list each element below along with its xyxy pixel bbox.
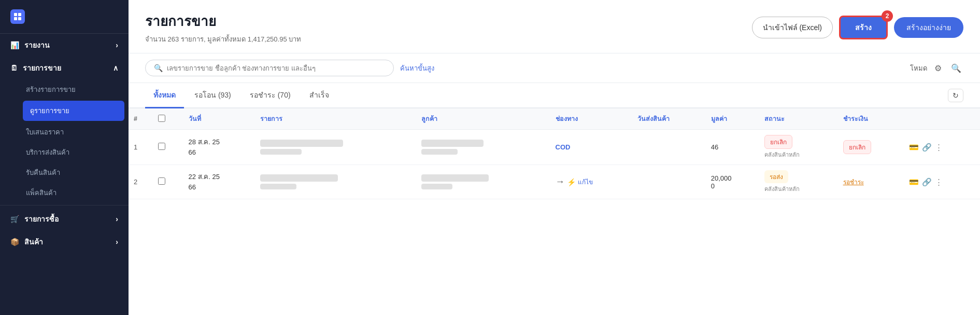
row1-order-blurred xyxy=(260,140,343,147)
row2-ship-date xyxy=(632,165,705,199)
row2-customer-sub-blurred xyxy=(421,184,452,189)
col-channel: ช่องทาง xyxy=(550,108,633,130)
row2-payment-badge: รอชำระ xyxy=(843,179,864,186)
row2-card-icon[interactable]: 💳 xyxy=(909,177,919,187)
row1-date: 28 ส.ค. 25 66 xyxy=(183,130,255,165)
sidebar-item-sales-label: รายการขาย xyxy=(23,62,61,74)
col-ship-date: วันส่งสินค้า xyxy=(632,108,705,130)
search-icon: 🔍 xyxy=(154,64,163,72)
row1-status-sub: คลังสินค้าหลัก xyxy=(764,150,833,159)
col-actions xyxy=(904,108,980,130)
row1-num: 1 xyxy=(129,130,153,165)
row1-value: 46 xyxy=(706,130,759,165)
create-button[interactable]: สร้าง xyxy=(839,16,888,39)
row2-customer xyxy=(416,165,550,199)
svg-rect-1 xyxy=(18,13,21,16)
table-area: # วันที่ รายการ ลูกค้า ช่องทาง xyxy=(129,108,980,315)
row1-customer xyxy=(416,130,550,165)
advanced-search-button[interactable]: ค้นหาขั้นสูง xyxy=(400,63,434,74)
sidebar-item-products[interactable]: 📦 สินค้า › xyxy=(0,230,129,253)
row2-order-blurred xyxy=(260,174,338,182)
tab-pending[interactable]: รอโอน (93) xyxy=(186,83,239,108)
tab-all[interactable]: ทั้งหมด xyxy=(145,83,184,108)
row2-payment: รอชำระ xyxy=(838,165,904,199)
row2-checkbox[interactable] xyxy=(158,177,165,185)
col-customer: ลูกค้า xyxy=(416,108,550,130)
row2-channel: → ⚡ แก้ไข xyxy=(550,165,633,199)
table-header-row: # วันที่ รายการ ลูกค้า ช่องทาง xyxy=(129,108,980,130)
chevron-right-icon: › xyxy=(116,215,118,223)
row1-checkbox[interactable] xyxy=(158,143,165,150)
row1-checkbox-cell xyxy=(153,130,183,165)
row2-value: 20,000 0 xyxy=(706,165,759,199)
svg-rect-0 xyxy=(14,13,17,16)
sidebar-item-packages[interactable]: แพ็คสินค้า xyxy=(19,183,129,203)
create-easy-button[interactable]: สร้างอย่างง่าย xyxy=(894,17,963,38)
row2-more-icon[interactable]: ⋮ xyxy=(935,177,943,187)
search-input[interactable] xyxy=(167,64,385,72)
sidebar-item-products-label: สินค้า xyxy=(24,236,43,248)
refresh-button[interactable]: ↻ xyxy=(948,89,963,102)
row1-status-badge: ยกเลิก xyxy=(764,135,792,149)
page-title: รายการขาย xyxy=(145,10,301,32)
row2-channel-arrow: → xyxy=(556,176,565,187)
search-right-actions: โหมด ⚙ 🔍 xyxy=(910,61,963,75)
calendar-icon: 🗓 xyxy=(10,64,18,72)
sidebar-item-sales-orders[interactable]: 🗓 รายการขาย ∧ xyxy=(0,57,129,79)
select-all-checkbox[interactable] xyxy=(158,115,165,122)
row2-edit-link[interactable]: แก้ไข xyxy=(578,177,593,187)
row2-status-badge: รอส่ง xyxy=(764,170,788,183)
row1-link-icon[interactable]: 🔗 xyxy=(922,143,932,152)
sales-table: # วันที่ รายการ ลูกค้า ช่องทาง xyxy=(129,108,980,199)
row1-channel: COD xyxy=(550,130,633,165)
row1-status: ยกเลิก คลังสินค้าหลัก xyxy=(759,130,838,165)
row1-customer-sub-blurred xyxy=(421,149,458,155)
sidebar-item-delivery-label: บริการส่งสินค้า xyxy=(26,147,69,158)
row1-order-sub-blurred xyxy=(260,149,302,155)
row2-status: รอส่ง คลังสินค้าหลัก xyxy=(759,165,838,199)
sidebar-sub-sales: สร้างรายการขาย ดูรายการขาย ใบเสนอราคา บร… xyxy=(0,79,129,203)
search-toggle-icon[interactable]: 🔍 xyxy=(949,61,963,75)
sidebar-item-purchases[interactable]: 🛒 รายการซื้อ › xyxy=(0,208,129,230)
col-payment: ชำระเงิน xyxy=(838,108,904,130)
chevron-down-icon: › xyxy=(116,41,118,49)
main-content: รายการขาย จำนวน 263 รายการ, มูลค่าทั้งหม… xyxy=(129,0,980,315)
row2-customer-blurred xyxy=(421,174,489,182)
chevron-right-icon-2: › xyxy=(116,238,118,246)
sidebar-item-quotation[interactable]: ใบเสนอราคา xyxy=(19,122,129,142)
row2-status-sub: คลังสินค้าหลัก xyxy=(764,184,833,194)
row2-link-icon[interactable]: 🔗 xyxy=(922,177,932,187)
search-row: 🔍 ค้นหาขั้นสูง โหมด ⚙ 🔍 xyxy=(129,53,980,83)
row1-order xyxy=(255,130,416,165)
tab-success[interactable]: สำเร็จ xyxy=(301,83,337,108)
row1-payment: ยกเลิก xyxy=(838,130,904,165)
cart-icon: 🛒 xyxy=(10,215,19,223)
row1-ship-date xyxy=(632,130,705,165)
mode-label: โหมด xyxy=(910,63,927,74)
row1-card-icon[interactable]: 💳 xyxy=(909,143,919,152)
sidebar-item-purchases-label: รายการซื้อ xyxy=(24,213,59,225)
row1-actions: 💳 🔗 ⋮ xyxy=(904,130,980,165)
row2-order-sub-blurred xyxy=(260,184,296,189)
sidebar-divider-1 xyxy=(0,205,129,206)
import-excel-button[interactable]: นำเข้าไฟล์ (Excel) xyxy=(752,17,833,38)
svg-rect-2 xyxy=(14,17,17,20)
sidebar-item-create-sale[interactable]: สร้างรายการขาย xyxy=(19,79,129,100)
sidebar-logo xyxy=(0,0,129,34)
sidebar-item-view-sale-label: ดูรายการขาย xyxy=(30,105,69,116)
sidebar-item-returns[interactable]: รับคืนสินค้า xyxy=(19,162,129,183)
col-value: มูลค่า xyxy=(706,108,759,130)
box-icon: 📦 xyxy=(10,238,19,246)
sidebar-item-reports[interactable]: 📊 รายงาน › xyxy=(0,34,129,57)
header-actions: นำเข้าไฟล์ (Excel) สร้าง 2 สร้างอย่างง่า… xyxy=(752,16,963,39)
create-button-wrapper: สร้าง 2 xyxy=(839,16,888,39)
sidebar-item-view-sale[interactable]: ดูรายการขาย xyxy=(23,101,124,121)
page-header: รายการขาย จำนวน 263 รายการ, มูลค่าทั้งหม… xyxy=(129,0,980,53)
col-checkbox xyxy=(153,108,183,130)
step-badge-2: 2 xyxy=(882,10,893,22)
sidebar-item-packages-label: แพ็คสินค้า xyxy=(26,187,56,198)
sidebar-item-delivery[interactable]: บริการส่งสินค้า xyxy=(19,142,129,162)
filter-icon[interactable]: ⚙ xyxy=(932,61,944,75)
row1-more-icon[interactable]: ⋮ xyxy=(935,143,943,152)
tab-wait-charge[interactable]: รอชำระ (70) xyxy=(242,83,299,108)
